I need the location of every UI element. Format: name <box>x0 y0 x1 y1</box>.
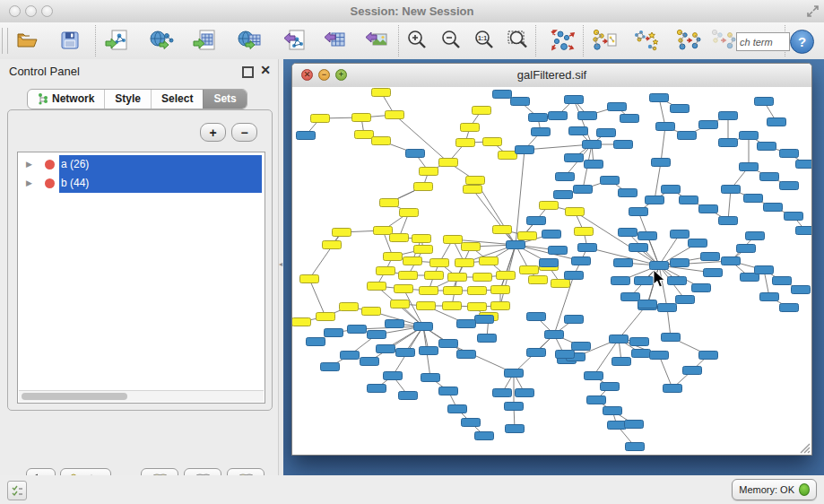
graph-node-blue[interactable] <box>493 389 512 397</box>
graph-node-blue[interactable] <box>529 114 548 122</box>
network-window[interactable]: ✕ − + galFiltered.sif <box>291 63 812 456</box>
graph-node-blue[interactable] <box>780 150 799 158</box>
set-a-label[interactable]: a (26) <box>59 155 262 174</box>
graph-node-blue[interactable] <box>368 385 386 393</box>
graph-node-blue[interactable] <box>448 405 467 413</box>
graph-node-blue[interactable] <box>377 345 395 353</box>
graph-node-yellow[interactable] <box>461 124 480 132</box>
graph-node-blue[interactable] <box>348 326 367 334</box>
graph-node-blue[interactable] <box>755 98 774 106</box>
graph-node-blue[interactable] <box>540 259 559 267</box>
graph-node-yellow[interactable] <box>518 232 537 240</box>
import-network-file-button[interactable] <box>103 27 130 54</box>
open-file-button[interactable] <box>13 27 40 54</box>
network-window-titlebar[interactable]: ✕ − + galFiltered.sif <box>292 64 811 88</box>
graph-node-blue[interactable] <box>505 403 524 411</box>
graph-node-yellow[interactable] <box>430 259 449 267</box>
graph-node-blue[interactable] <box>307 338 325 346</box>
graph-node-blue[interactable] <box>740 132 759 140</box>
graph-node-blue[interactable] <box>792 286 811 294</box>
graph-node-blue[interactable] <box>630 338 649 346</box>
graph-node-blue[interactable] <box>556 173 575 181</box>
graph-node-blue[interactable] <box>671 105 690 113</box>
graph-node-blue[interactable] <box>608 103 627 111</box>
graph-edge[interactable] <box>473 189 516 245</box>
graph-node-blue[interactable] <box>656 123 675 131</box>
graph-node-blue[interactable] <box>614 259 633 267</box>
export-image-button[interactable] <box>363 27 390 54</box>
graph-node-yellow[interactable] <box>425 272 444 280</box>
graph-node-blue[interactable] <box>701 253 720 261</box>
graph-node-blue[interactable] <box>574 186 593 194</box>
graph-node-yellow[interactable] <box>292 318 311 326</box>
graph-node-blue[interactable] <box>719 139 738 147</box>
graph-node-blue[interactable] <box>516 389 534 397</box>
tab-sets[interactable]: Sets <box>203 90 246 109</box>
graph-node-blue[interactable] <box>737 245 756 253</box>
graph-node-blue[interactable] <box>585 372 603 380</box>
graph-edge[interactable] <box>574 100 592 144</box>
apply-layout-button[interactable] <box>549 27 576 54</box>
graph-node-yellow[interactable] <box>497 272 516 280</box>
tab-select[interactable]: Select <box>151 90 203 109</box>
graph-node-blue[interactable] <box>572 343 591 351</box>
graph-node-blue[interactable] <box>565 316 584 324</box>
toolbar-drag-handle[interactable] <box>2 28 8 54</box>
network-canvas[interactable] <box>292 87 811 455</box>
graph-node-yellow[interactable] <box>417 302 436 310</box>
graph-node-yellow[interactable] <box>456 139 475 147</box>
graph-node-blue[interactable] <box>704 269 723 277</box>
graph-node-blue[interactable] <box>671 259 690 267</box>
graph-node-yellow[interactable] <box>455 259 474 267</box>
graph-node-yellow[interactable] <box>491 302 510 310</box>
graph-node-blue[interactable] <box>421 374 440 382</box>
graph-node-yellow[interactable] <box>443 302 462 310</box>
graph-node-blue[interactable] <box>569 127 588 135</box>
graph-node-yellow[interactable] <box>420 168 438 176</box>
graph-node-yellow[interactable] <box>317 313 335 321</box>
graph-node-blue[interactable] <box>603 407 622 415</box>
graph-node-blue[interactable] <box>414 323 433 331</box>
graph-node-yellow[interactable] <box>448 274 467 282</box>
graph-node-blue[interactable] <box>608 421 627 430</box>
graph-node-blue[interactable] <box>532 128 551 136</box>
graph-node-blue[interactable] <box>612 358 631 366</box>
graph-node-blue[interactable] <box>505 369 524 378</box>
new-network-selected-nodes-button[interactable] <box>674 27 701 54</box>
graph-node-blue[interactable] <box>597 129 616 137</box>
graph-node-yellow[interactable] <box>380 199 399 207</box>
graph-node-blue[interactable] <box>680 196 698 204</box>
graph-node-yellow[interactable] <box>372 89 391 97</box>
graph-node-yellow[interactable] <box>483 138 502 146</box>
graph-node-blue[interactable] <box>662 334 681 342</box>
graph-node-blue[interactable] <box>722 257 741 265</box>
graph-node-blue[interactable] <box>632 350 651 358</box>
graph-node-yellow[interactable] <box>362 308 381 316</box>
graph-node-yellow[interactable] <box>400 209 419 217</box>
new-network-from-selection-button[interactable] <box>590 27 617 54</box>
graph-node-blue[interactable] <box>699 121 718 129</box>
graph-node-blue[interactable] <box>678 132 697 140</box>
graph-node-yellow[interactable] <box>566 208 585 216</box>
graph-node-yellow[interactable] <box>575 228 594 236</box>
graph-node-yellow[interactable] <box>355 131 374 139</box>
graph-node-yellow[interactable] <box>374 227 393 235</box>
graph-node-blue[interactable] <box>545 331 564 339</box>
graph-node-blue[interactable] <box>527 217 546 225</box>
graph-node-blue[interactable] <box>719 112 738 120</box>
graph-node-blue[interactable] <box>646 196 664 204</box>
graph-node-yellow[interactable] <box>551 280 570 288</box>
expand-arrow-icon[interactable]: ▶ <box>26 178 32 187</box>
graph-node-yellow[interactable] <box>412 235 431 243</box>
graph-node-yellow[interactable] <box>468 303 487 311</box>
graph-node-yellow[interactable] <box>323 241 342 249</box>
graph-node-yellow[interactable] <box>468 287 487 295</box>
save-session-button[interactable] <box>56 27 83 54</box>
graph-node-blue[interactable] <box>321 363 340 371</box>
scrollbar-thumb[interactable] <box>22 393 127 400</box>
close-panel-icon[interactable]: ✕ <box>260 63 271 77</box>
graph-node-blue[interactable] <box>768 118 786 126</box>
graph-node-blue[interactable] <box>475 316 494 324</box>
graph-node-blue[interactable] <box>493 91 512 99</box>
graph-node-blue[interactable] <box>671 230 690 239</box>
